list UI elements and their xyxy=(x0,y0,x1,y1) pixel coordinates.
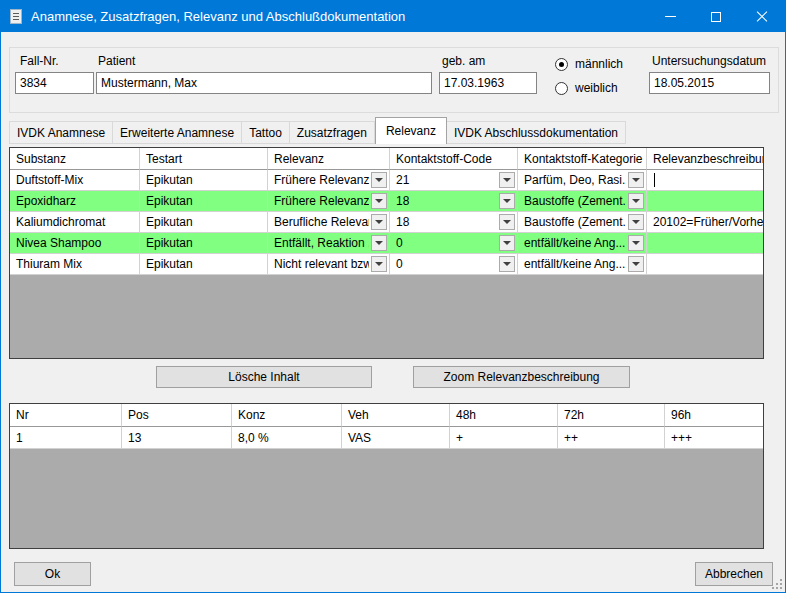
dropdown-button[interactable] xyxy=(499,235,515,251)
column-header-kontaktstoff-kategorie[interactable]: Kontaktstoff-Kategorie xyxy=(518,148,647,170)
cell-testart[interactable]: Epikutan xyxy=(140,170,268,191)
dropdown-button[interactable] xyxy=(371,235,387,251)
loesche-inhalt-button[interactable]: Lösche Inhalt xyxy=(156,366,372,388)
tab-zusatzfragen[interactable]: Zusatzfragen xyxy=(290,121,375,144)
cell-relevanzbeschreibung[interactable]: 20102=Früher/Vorher -... xyxy=(647,212,763,233)
cell-72h[interactable]: ++ xyxy=(558,427,665,449)
cell-substanz[interactable]: Thiuram Mix xyxy=(10,254,140,275)
cell-relevanzbeschreibung-editing[interactable] xyxy=(647,170,763,191)
relevanz-combobox[interactable]: Entfällt, Reaktion ... xyxy=(268,233,390,254)
kontaktstoff-code-combobox[interactable]: 21 xyxy=(390,170,518,191)
cell-konz[interactable]: 8,0 % xyxy=(232,427,342,449)
kontaktstoff-kategorie-combobox[interactable]: entfällt/keine Ang... xyxy=(518,254,647,275)
resize-grip[interactable] xyxy=(769,576,782,589)
column-header-96h[interactable]: 96h xyxy=(665,404,763,427)
cell-relevanzbeschreibung[interactable] xyxy=(647,254,763,275)
kontaktstoff-code-combobox[interactable]: 18 xyxy=(390,191,518,212)
column-header-kontaktstoff-code[interactable]: Kontaktstoff-Code xyxy=(390,148,518,170)
column-header-nr[interactable]: Nr xyxy=(10,404,122,427)
kontaktstoff-kategorie-combobox[interactable]: Baustoffe (Zement... xyxy=(518,191,647,212)
cell-testart[interactable]: Epikutan xyxy=(140,233,268,254)
cell-substanz[interactable]: Epoxidharz xyxy=(10,191,140,212)
kontaktstoff-kategorie-combobox[interactable]: Baustoffe (Zement... xyxy=(518,212,647,233)
dropdown-button[interactable] xyxy=(371,193,387,209)
column-header-pos[interactable]: Pos xyxy=(122,404,232,427)
cell-relevanzbeschreibung[interactable] xyxy=(647,191,763,212)
column-header-substanz[interactable]: Substanz xyxy=(10,148,140,170)
chevron-down-icon xyxy=(375,220,383,224)
dropdown-button[interactable] xyxy=(499,256,515,272)
relevanz-combobox[interactable]: Nicht relevant bzw... xyxy=(268,254,390,275)
tab-strip: IVDK Anamnese Erweiterte Anamnese Tattoo… xyxy=(9,117,626,144)
cell-96h[interactable]: +++ xyxy=(665,427,763,449)
fall-nr-field[interactable]: 3834 xyxy=(15,72,94,94)
column-header-72h[interactable]: 72h xyxy=(558,404,665,427)
dropdown-button[interactable] xyxy=(628,172,644,188)
kontaktstoff-kategorie-combobox[interactable]: Parfüm, Deo, Rasi... xyxy=(518,170,647,191)
cell-veh[interactable]: VAS xyxy=(342,427,450,449)
cell-nr[interactable]: 1 xyxy=(10,427,122,449)
cell-substanz[interactable]: Nivea Shampoo xyxy=(10,233,140,254)
abbrechen-button[interactable]: Abbrechen xyxy=(695,562,773,586)
dropdown-button[interactable] xyxy=(628,256,644,272)
chevron-down-icon xyxy=(503,220,511,224)
cell-substanz[interactable]: Duftstoff-Mix xyxy=(10,170,140,191)
minimize-button[interactable] xyxy=(647,1,693,32)
chevron-down-icon xyxy=(375,178,383,182)
dialog-window: Anamnese, Zusatzfragen, Relevanz und Abs… xyxy=(0,0,786,593)
cell-relevanzbeschreibung[interactable] xyxy=(647,233,763,254)
combobox-value: 0 xyxy=(396,257,497,271)
table-row[interactable]: Epoxidharz Epikutan Frühere Relevanz 18 … xyxy=(10,191,763,212)
cell-48h[interactable]: + xyxy=(450,427,558,449)
patient-groupbox: Fall-Nr. 3834 Patient Mustermann, Max ge… xyxy=(9,47,779,113)
column-header-testart[interactable]: Testart xyxy=(140,148,268,170)
close-button[interactable] xyxy=(739,1,785,32)
column-header-relevanzbeschreibung[interactable]: Relevanzbeschreibung xyxy=(647,148,763,170)
table-row[interactable]: 1 13 8,0 % VAS + ++ +++ xyxy=(10,427,763,449)
dropdown-button[interactable] xyxy=(628,214,644,230)
cell-testart[interactable]: Epikutan xyxy=(140,212,268,233)
column-header-konz[interactable]: Konz xyxy=(232,404,342,427)
tab-ivdk-anamnese[interactable]: IVDK Anamnese xyxy=(9,121,113,144)
untersuchungsdatum-field[interactable]: 18.05.2015 xyxy=(649,72,770,94)
dropdown-button[interactable] xyxy=(628,193,644,209)
cell-testart[interactable]: Epikutan xyxy=(140,191,268,212)
table-row[interactable]: Kaliumdichromat Epikutan Berufliche Rele… xyxy=(10,212,763,233)
dropdown-button[interactable] xyxy=(628,235,644,251)
tab-tattoo[interactable]: Tattoo xyxy=(242,121,290,144)
tab-relevanz[interactable]: Relevanz xyxy=(375,117,447,144)
dropdown-button[interactable] xyxy=(371,256,387,272)
relevanz-combobox[interactable]: Frühere Relevanz xyxy=(268,191,390,212)
kontaktstoff-code-combobox[interactable]: 18 xyxy=(390,212,518,233)
kontaktstoff-kategorie-combobox[interactable]: entfällt/keine Ang... xyxy=(518,233,647,254)
kontaktstoff-code-combobox[interactable]: 0 xyxy=(390,233,518,254)
dropdown-button[interactable] xyxy=(499,214,515,230)
combobox-value: Frühere Relevanz xyxy=(274,194,369,208)
geb-am-field[interactable]: 17.03.1963 xyxy=(439,72,537,94)
cell-testart[interactable]: Epikutan xyxy=(140,254,268,275)
radio-weiblich[interactable]: weiblich xyxy=(555,81,618,95)
table-row[interactable]: Nivea Shampoo Epikutan Entfällt, Reaktio… xyxy=(10,233,763,254)
dropdown-button[interactable] xyxy=(371,172,387,188)
cell-pos[interactable]: 13 xyxy=(122,427,232,449)
table-row[interactable]: Thiuram Mix Epikutan Nicht relevant bzw.… xyxy=(10,254,763,275)
maximize-button[interactable] xyxy=(693,1,739,32)
column-header-48h[interactable]: 48h xyxy=(450,404,558,427)
relevanz-combobox[interactable]: Frühere Relevanz xyxy=(268,170,390,191)
cell-substanz[interactable]: Kaliumdichromat xyxy=(10,212,140,233)
dropdown-button[interactable] xyxy=(371,214,387,230)
dropdown-button[interactable] xyxy=(499,172,515,188)
zoom-relevanzbeschreibung-button[interactable]: Zoom Relevanzbeschreibung xyxy=(413,366,630,388)
kontaktstoff-code-combobox[interactable]: 0 xyxy=(390,254,518,275)
column-header-veh[interactable]: Veh xyxy=(342,404,450,427)
patient-field[interactable]: Mustermann, Max xyxy=(96,72,432,94)
table-row[interactable]: Duftstoff-Mix Epikutan Frühere Relevanz … xyxy=(10,170,763,191)
column-header-relevanz[interactable]: Relevanz xyxy=(268,148,390,170)
radio-maennlich[interactable]: männlich xyxy=(555,57,623,71)
relevanz-combobox[interactable]: Berufliche Relevanz xyxy=(268,212,390,233)
dropdown-button[interactable] xyxy=(499,193,515,209)
text-caret xyxy=(654,173,655,187)
ok-button[interactable]: Ok xyxy=(14,562,91,586)
tab-erweiterte-anamnese[interactable]: Erweiterte Anamnese xyxy=(113,121,242,144)
tab-ivdk-abschlussdokumentation[interactable]: IVDK Abschlussdokumentation xyxy=(447,121,626,144)
